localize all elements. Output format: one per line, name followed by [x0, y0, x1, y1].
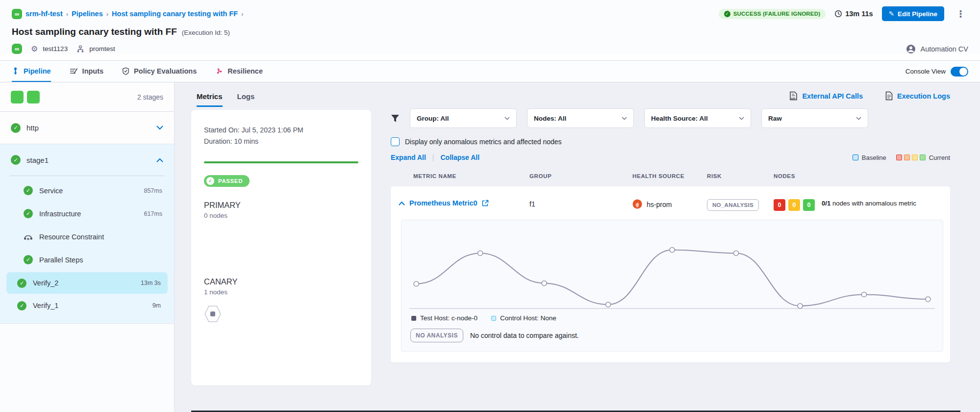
- anomalous-only-label: Display only anomalous metrics and affec…: [405, 138, 562, 146]
- collapse-all-link[interactable]: Collapse All: [440, 154, 479, 161]
- chart-color-legend: Baseline Current: [853, 154, 950, 161]
- edit-pipeline-button[interactable]: ✎ Edit Pipeline: [882, 6, 944, 21]
- chevron-up-icon[interactable]: [156, 158, 163, 162]
- service-gear-icon: ⚙: [31, 44, 38, 53]
- metric-line-chart[interactable]: [409, 235, 935, 312]
- breadcrumb-pipelines[interactable]: Pipelines: [72, 10, 103, 18]
- no-analysis-message: No control data to compare against.: [470, 332, 579, 339]
- user-name: Automation CV: [920, 45, 968, 53]
- anomalous-only-checkbox[interactable]: [391, 137, 400, 146]
- tab-metrics[interactable]: Metrics: [197, 92, 223, 107]
- shield-check-icon: [122, 67, 129, 75]
- step-resource-constraint[interactable]: Resource Constraint: [0, 225, 174, 248]
- test-host-label: Test Host: c-node-0: [420, 314, 477, 322]
- execution-sidebar: 2 stages ✓ http ✓ stage1 ✓ Service 857ms: [0, 82, 175, 412]
- stage-row-stage1[interactable]: ✓ stage1: [0, 144, 174, 176]
- collapse-chevron-up-icon[interactable]: [399, 201, 405, 206]
- canary-label: CANARY: [204, 277, 358, 286]
- tab-policy-evaluations[interactable]: Policy Evaluations: [122, 61, 197, 82]
- step-verify-1[interactable]: ✓ Verify_1 9m: [6, 295, 168, 316]
- success-check-icon: ✓: [724, 11, 730, 17]
- yellow-node-count: 0: [788, 199, 800, 211]
- nodes-summary: 0/1 nodes with anomalous metric: [822, 199, 916, 208]
- page-title: Host sampling canary testing with FF: [12, 26, 177, 37]
- current-legend-swatches: [896, 154, 926, 160]
- success-check-icon: ✓: [17, 301, 26, 310]
- toggle-knob: [959, 68, 967, 76]
- queue-icon: [24, 233, 33, 241]
- metrics-table-header: METRIC NAME GROUP HEALTH SOURCE RISK NOD…: [391, 173, 950, 179]
- nodes-filter-dropdown[interactable]: Nodes: All: [527, 108, 634, 128]
- success-check-icon: ✓: [11, 123, 21, 133]
- service-name[interactable]: test1123: [43, 45, 68, 52]
- user-avatar-icon: [906, 44, 916, 54]
- control-host-label: Control Host: None: [500, 314, 556, 322]
- breadcrumb: ∞ srm-hf-test › Pipelines › Host samplin…: [12, 6, 968, 21]
- metric-group: f1: [529, 199, 632, 208]
- pencil-icon: ✎: [889, 10, 894, 18]
- success-check-icon: ✓: [24, 186, 33, 195]
- divider: [10, 176, 164, 176]
- health-source-filter-dropdown[interactable]: Health Source: All: [644, 108, 751, 128]
- metric-chart-card: Test Host: c-node-0 Control Host: None N…: [401, 220, 943, 352]
- no-analysis-badge: NO ANALYSIS: [410, 329, 463, 342]
- stage-count: 2 stages: [137, 93, 163, 101]
- chevron-down-icon: [622, 117, 627, 120]
- metric-card: Prometheus Metric0 f1 hs-prom NO_ANALYSI…: [391, 186, 950, 362]
- step-verify-2[interactable]: ✓ Verify_2 13m 3s: [6, 272, 168, 294]
- stage-row-http[interactable]: ✓ http: [0, 112, 174, 144]
- expand-all-link[interactable]: Expand All: [391, 154, 426, 161]
- execution-id: (Execution Id: 5): [182, 29, 230, 36]
- page-header: ∞ srm-hf-test › Pipelines › Host samplin…: [0, 0, 980, 54]
- chevron-down-icon[interactable]: [156, 126, 163, 130]
- view-mode-dropdown[interactable]: Raw: [761, 108, 868, 128]
- project-icon: ∞: [12, 9, 22, 19]
- canary-node-hexagon[interactable]: [204, 305, 222, 323]
- canary-node-count: 1 nodes: [204, 288, 358, 296]
- risk-badge: NO_ANALYSIS: [707, 199, 759, 211]
- environment-icon: [76, 45, 84, 53]
- status-badge: ✓ SUCCESS (FAILURE IGNORED): [719, 9, 826, 19]
- tab-inputs[interactable]: Inputs: [70, 61, 104, 82]
- execution-duration: 13m 11s: [834, 10, 873, 18]
- environment-name[interactable]: promtest: [89, 45, 115, 52]
- health-source-name: hs-prom: [647, 200, 672, 208]
- filter-funnel-icon[interactable]: [391, 114, 400, 123]
- success-check-icon: ✓: [24, 255, 33, 264]
- divider: |: [432, 154, 434, 161]
- current-legend-label: Current: [929, 154, 950, 161]
- breadcrumb-separator: ›: [241, 10, 243, 18]
- tab-resilience[interactable]: Resilience: [215, 61, 263, 82]
- step-service[interactable]: ✓ Service 857ms: [0, 179, 174, 202]
- main-tabbar: Pipeline Inputs Policy Evaluations Resil…: [0, 60, 980, 82]
- more-options-menu[interactable]: ⋮: [953, 9, 968, 19]
- breadcrumb-separator: ›: [66, 10, 68, 18]
- pipeline-status-icon: ∞: [12, 44, 22, 54]
- metric-name-link[interactable]: Prometheus Metric0: [409, 199, 477, 207]
- clock-icon: [834, 10, 842, 18]
- success-check-icon: ✓: [17, 279, 26, 288]
- breadcrumb-pipeline[interactable]: Host sampling canary testing with FF: [112, 10, 238, 18]
- external-api-calls-link[interactable]: API External API Calls: [789, 91, 863, 101]
- success-check-icon: ✓: [24, 209, 33, 218]
- group-filter-dropdown[interactable]: Group: All: [410, 108, 517, 128]
- tab-logs[interactable]: Logs: [237, 92, 255, 107]
- chevron-down-icon: [856, 117, 861, 120]
- execution-logs-link[interactable]: Execution Logs: [885, 91, 950, 101]
- verification-summary-card: Started On: Jul 5, 2023 1:06 PM Duration…: [191, 110, 371, 386]
- step-infrastructure[interactable]: ✓ Infrastructure 617ms: [0, 202, 174, 225]
- breadcrumb-separator: ›: [106, 10, 108, 18]
- tab-pipeline[interactable]: Pipeline: [12, 61, 51, 82]
- chevron-down-icon: [504, 117, 510, 120]
- stage-status-square: [11, 91, 24, 103]
- external-link-icon[interactable]: [482, 200, 489, 206]
- passed-badge: ✓ PASSED: [204, 175, 250, 187]
- breadcrumb-project[interactable]: srm-hf-test: [25, 10, 63, 18]
- console-view-toggle[interactable]: [951, 67, 968, 77]
- prometheus-icon: [632, 199, 642, 209]
- duration: Duration: 10 mins: [204, 136, 358, 147]
- started-on: Started On: Jul 5, 2023 1:06 PM: [204, 125, 358, 136]
- baseline-legend-swatch: [853, 154, 858, 160]
- step-parallel-steps[interactable]: ✓ Parallel Steps: [0, 248, 174, 271]
- red-node-count: 0: [774, 199, 785, 211]
